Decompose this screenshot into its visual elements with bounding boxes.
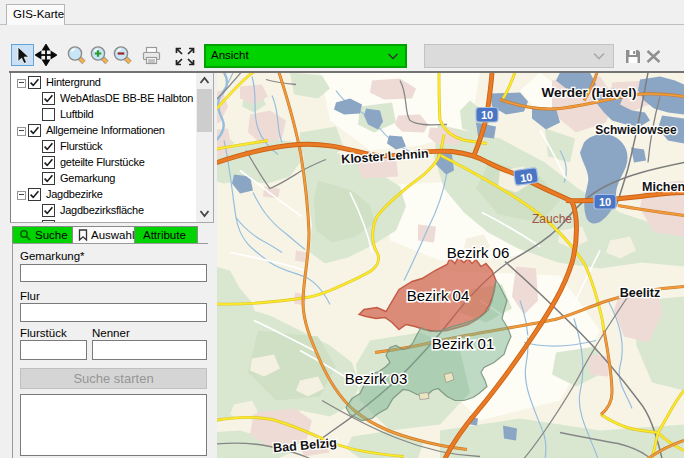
svg-text:10: 10 <box>599 196 611 208</box>
svg-text:10: 10 <box>481 109 493 121</box>
svg-text:Zauche: Zauche <box>532 211 572 225</box>
svg-text:Bezirk 06: Bezirk 06 <box>447 243 510 260</box>
svg-text:10: 10 <box>519 170 533 184</box>
svg-text:Bezirk 04: Bezirk 04 <box>407 286 470 303</box>
svg-text:Beelitz: Beelitz <box>620 285 660 299</box>
svg-text:Werder (Havel): Werder (Havel) <box>541 84 636 99</box>
svg-text:Bezirk 03: Bezirk 03 <box>345 369 408 386</box>
svg-text:Schwielowsee: Schwielowsee <box>595 122 677 136</box>
svg-text:Michendorf: Michendorf <box>642 179 684 193</box>
svg-text:Bezirk 01: Bezirk 01 <box>432 334 495 351</box>
